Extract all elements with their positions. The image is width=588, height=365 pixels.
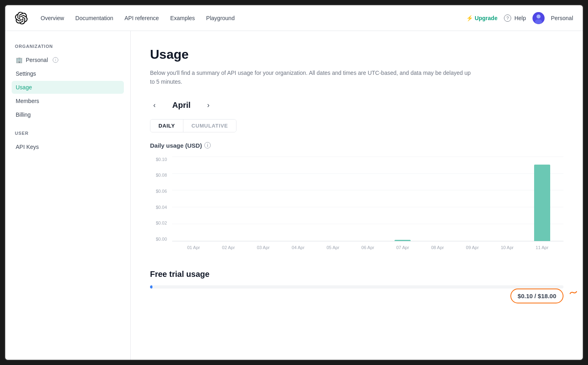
org-section-label: ORGANIZATION <box>12 44 124 49</box>
x-label-05apr: 05 Apr <box>316 245 351 250</box>
avatar[interactable] <box>532 12 545 24</box>
help-label: Help <box>514 15 526 21</box>
svg-point-2 <box>535 19 542 24</box>
x-label-11apr: 11 Apr <box>524 245 559 250</box>
sidebar-billing-label: Billing <box>16 111 31 118</box>
main-content: Usage Below you'll find a summary of API… <box>131 31 583 360</box>
free-trial-bar-container <box>150 285 563 289</box>
free-trial-amount-container: $0.10 / $18.00 〜 <box>510 293 563 300</box>
help-circle-icon: ? <box>504 14 511 22</box>
sidebar-item-api-keys[interactable]: API Keys <box>12 140 124 153</box>
free-trial-bar-bg <box>150 285 563 289</box>
personal-label: Personal <box>551 15 573 21</box>
chart-container: $0.00 $0.02 $0.04 $0.06 $0.08 $0.10 <box>150 157 563 254</box>
nav-documentation[interactable]: Documentation <box>75 15 113 21</box>
sidebar-item-members[interactable]: Members <box>12 95 124 107</box>
x-label-01apr: 01 Apr <box>176 245 211 250</box>
free-trial-title: Free trial usage <box>150 270 563 279</box>
sidebar-api-keys-label: API Keys <box>16 144 39 150</box>
sidebar-item-usage[interactable]: Usage <box>12 81 124 94</box>
free-trial-amount-wrapper: $0.10 / $18.00 〜 <box>150 293 563 300</box>
nav-examples[interactable]: Examples <box>170 15 195 21</box>
chart-title-text: Daily usage (USD) <box>150 142 202 149</box>
prev-month-button[interactable]: ‹ <box>150 99 159 111</box>
nav-playground[interactable]: Playground <box>206 15 235 21</box>
sidebar: ORGANIZATION 🏢 Personal i Settings Usage… <box>5 31 131 360</box>
tab-daily[interactable]: DAILY <box>150 120 183 132</box>
org-section: ORGANIZATION 🏢 Personal i Settings Usage… <box>12 44 124 121</box>
bar-11apr <box>524 165 559 241</box>
sidebar-members-label: Members <box>16 98 39 104</box>
chart-info-icon[interactable]: i <box>204 142 211 148</box>
nav-right: ⚡ Upgrade ? Help Personal <box>466 12 573 24</box>
main-layout: ORGANIZATION 🏢 Personal i Settings Usage… <box>5 31 583 360</box>
y-label-2: $0.04 <box>150 205 170 210</box>
x-label-06apr: 06 Apr <box>350 245 385 250</box>
nav-api-reference[interactable]: API reference <box>125 15 159 21</box>
upgrade-icon: ⚡ <box>466 15 473 21</box>
y-label-5: $0.10 <box>150 157 170 162</box>
sidebar-item-billing[interactable]: Billing <box>12 108 124 121</box>
tab-switcher: DAILY CUMULATIVE <box>150 119 236 132</box>
nav-overview[interactable]: Overview <box>41 15 64 21</box>
x-label-08apr: 08 Apr <box>420 245 455 250</box>
upgrade-button[interactable]: ⚡ Upgrade <box>466 15 498 21</box>
upgrade-label: Upgrade <box>475 15 498 21</box>
sidebar-settings-label: Settings <box>16 70 36 77</box>
help-button[interactable]: ? Help <box>504 14 526 22</box>
squiggle-decoration: 〜 <box>567 286 579 300</box>
openai-logo[interactable] <box>15 12 28 25</box>
y-label-1: $0.02 <box>150 221 170 225</box>
user-section: USER API Keys <box>12 131 124 153</box>
sidebar-personal-label: Personal <box>26 57 48 63</box>
free-trial-section: Free trial usage $0.10 / $18.00 〜 <box>150 270 563 300</box>
bar-07apr <box>385 240 420 241</box>
user-section-label: USER <box>12 131 124 136</box>
building-icon: 🏢 <box>16 57 23 63</box>
chart-y-axis: $0.00 $0.02 $0.04 $0.06 $0.08 $0.10 <box>150 157 170 241</box>
x-label-04apr: 04 Apr <box>281 245 316 250</box>
sidebar-item-settings[interactable]: Settings <box>12 67 124 80</box>
x-label-02apr: 02 Apr <box>211 245 246 250</box>
next-month-button[interactable]: › <box>204 99 213 111</box>
page-subtitle: Below you'll find a summary of API usage… <box>150 68 472 87</box>
sidebar-item-personal[interactable]: 🏢 Personal i <box>12 54 124 66</box>
chart-inner <box>172 157 563 241</box>
x-label-09apr: 09 Apr <box>455 245 490 250</box>
chart-section: Daily usage (USD) i $0.00 $0.02 $0.04 $0… <box>150 142 563 254</box>
free-trial-bar-fill <box>150 285 152 289</box>
chart-bars <box>172 157 563 241</box>
page-title: Usage <box>150 47 563 62</box>
x-label-10apr: 10 Apr <box>490 245 525 250</box>
app-window: Overview Documentation API reference Exa… <box>4 4 584 361</box>
tab-cumulative[interactable]: CUMULATIVE <box>183 120 236 132</box>
free-trial-amount-label: $0.10 / $18.00 <box>510 289 563 303</box>
chart-x-axis: 01 Apr 02 Apr 03 Apr 04 Apr 05 Apr 06 Ap… <box>172 241 563 254</box>
chart-title: Daily usage (USD) i <box>150 142 563 149</box>
current-month-label: April <box>165 101 197 110</box>
month-navigator: ‹ April › <box>150 99 563 111</box>
nav-links: Overview Documentation API reference Exa… <box>41 15 453 21</box>
sidebar-usage-label: Usage <box>16 84 32 91</box>
y-label-4: $0.08 <box>150 173 170 177</box>
y-label-3: $0.06 <box>150 189 170 194</box>
y-label-0: $0.00 <box>150 237 170 241</box>
svg-point-1 <box>537 14 541 19</box>
top-navigation: Overview Documentation API reference Exa… <box>5 5 583 31</box>
x-label-07apr: 07 Apr <box>385 245 420 250</box>
x-label-03apr: 03 Apr <box>246 245 281 250</box>
info-icon: i <box>53 57 58 63</box>
